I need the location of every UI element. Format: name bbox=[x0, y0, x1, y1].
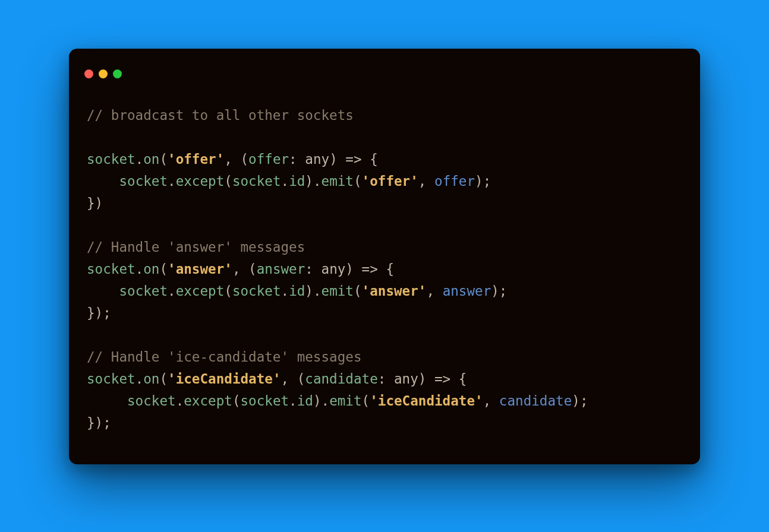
t: socket bbox=[240, 393, 289, 408]
t: socket bbox=[119, 283, 168, 299]
zoom-icon[interactable] bbox=[113, 69, 122, 78]
t: 'iceCandidate' bbox=[168, 371, 281, 387]
t: offer bbox=[248, 151, 289, 167]
t: }); bbox=[87, 415, 111, 430]
t: ( bbox=[159, 371, 168, 387]
t: { bbox=[378, 261, 394, 277]
t: emit bbox=[322, 283, 354, 299]
t: : bbox=[289, 151, 305, 167]
t: socket bbox=[119, 173, 168, 189]
t: socket bbox=[232, 173, 281, 189]
titlebar bbox=[69, 49, 700, 86]
t: . bbox=[281, 283, 289, 299]
t: ( bbox=[362, 393, 370, 408]
t bbox=[87, 283, 119, 299]
t: except bbox=[176, 173, 225, 189]
t: ( bbox=[232, 393, 241, 408]
t: ( bbox=[159, 261, 168, 277]
t bbox=[87, 173, 119, 189]
t: . bbox=[135, 371, 144, 387]
t: : bbox=[305, 261, 321, 277]
t: offer bbox=[434, 173, 475, 189]
t: ). bbox=[313, 393, 329, 408]
t: , ( bbox=[232, 261, 257, 277]
t: socket bbox=[87, 371, 135, 387]
t: on bbox=[143, 151, 159, 167]
t: . bbox=[135, 151, 144, 167]
t: ); bbox=[491, 283, 507, 299]
t: candidate bbox=[499, 393, 572, 408]
t: on bbox=[143, 261, 159, 277]
t: answer bbox=[257, 261, 305, 277]
t: 'answer' bbox=[168, 261, 232, 277]
t: ( bbox=[354, 173, 362, 189]
t: on bbox=[143, 371, 159, 387]
t: any bbox=[394, 371, 418, 387]
t: , ( bbox=[281, 371, 305, 387]
t: , bbox=[418, 173, 434, 189]
t: answer bbox=[443, 283, 491, 299]
t: }) bbox=[87, 195, 103, 211]
code-window: // broadcast to all other sockets socket… bbox=[69, 49, 700, 464]
t: ) bbox=[418, 371, 434, 387]
t: socket bbox=[87, 261, 135, 277]
t: { bbox=[450, 371, 467, 387]
t: 'offer' bbox=[168, 151, 224, 167]
code-block: // broadcast to all other sockets socket… bbox=[69, 86, 700, 449]
t: ). bbox=[305, 173, 321, 189]
t: emit bbox=[329, 393, 361, 408]
minimize-icon[interactable] bbox=[99, 69, 108, 78]
t: . bbox=[135, 261, 144, 277]
code-comment: // broadcast to all other sockets bbox=[87, 107, 354, 123]
t: 'answer' bbox=[362, 283, 427, 299]
t: id bbox=[297, 393, 313, 408]
t: ) bbox=[329, 151, 345, 167]
t: => bbox=[362, 261, 378, 277]
code-comment: // Handle 'answer' messages bbox=[87, 239, 305, 255]
t: any bbox=[322, 261, 346, 277]
t: . bbox=[168, 283, 176, 299]
t: ( bbox=[224, 283, 232, 299]
t: => bbox=[345, 151, 361, 167]
t: ); bbox=[572, 393, 588, 408]
t: => bbox=[434, 371, 450, 387]
t: except bbox=[184, 393, 232, 408]
t: ). bbox=[305, 283, 321, 299]
t: ) bbox=[345, 261, 361, 277]
t: , bbox=[483, 393, 499, 408]
t: id bbox=[289, 173, 305, 189]
t bbox=[87, 393, 127, 408]
t: ( bbox=[354, 283, 362, 299]
t: . bbox=[168, 173, 176, 189]
t: . bbox=[281, 173, 289, 189]
t: : bbox=[378, 371, 394, 387]
t: any bbox=[305, 151, 329, 167]
t: socket bbox=[87, 151, 135, 167]
t: }); bbox=[87, 305, 111, 321]
t: candidate bbox=[305, 371, 377, 387]
t: emit bbox=[322, 173, 354, 189]
t: . bbox=[176, 393, 184, 408]
t: . bbox=[289, 393, 297, 408]
t: , bbox=[426, 283, 442, 299]
close-icon[interactable] bbox=[84, 69, 93, 78]
t: socket bbox=[127, 393, 176, 408]
t: 'offer' bbox=[362, 173, 418, 189]
t: socket bbox=[232, 283, 281, 299]
t: ( bbox=[159, 151, 168, 167]
t: id bbox=[289, 283, 305, 299]
t: ( bbox=[224, 173, 232, 189]
code-comment: // Handle 'ice-candidate' messages bbox=[87, 349, 362, 365]
t: 'iceCandidate' bbox=[370, 393, 483, 408]
t: except bbox=[176, 283, 225, 299]
t: ); bbox=[475, 173, 491, 189]
t: , ( bbox=[224, 151, 248, 167]
t: { bbox=[362, 151, 378, 167]
